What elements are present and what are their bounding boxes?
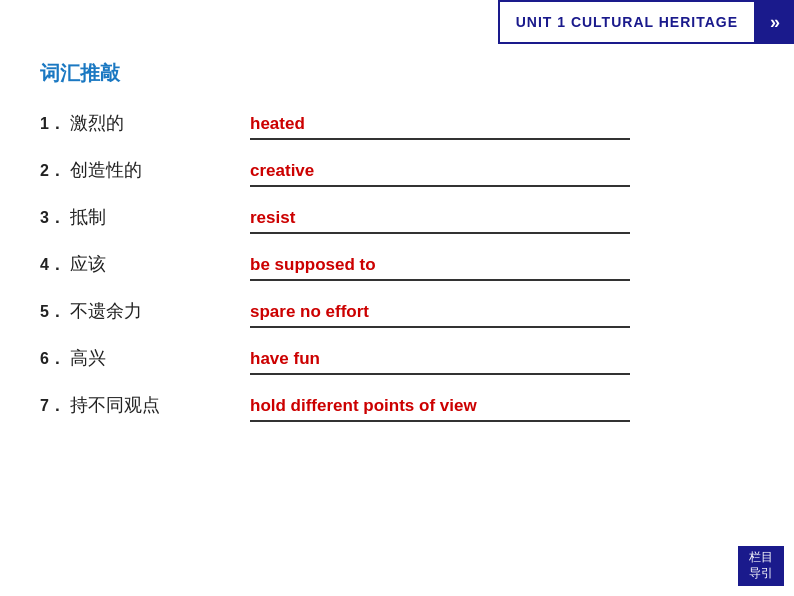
vocab-chinese: 持不同观点 <box>70 393 230 417</box>
vocab-item: 1．激烈的heated <box>40 111 754 140</box>
vocab-chinese: 激烈的 <box>70 111 230 135</box>
vocab-answer: hold different points of view <box>250 396 630 422</box>
vocab-answer: resist <box>250 208 630 234</box>
vocab-answer-wrapper: have fun <box>250 349 630 375</box>
vocab-chinese: 抵制 <box>70 205 230 229</box>
header: UNIT 1 CULTURAL HERITAGE » <box>498 0 794 44</box>
vocab-number: 1． <box>40 114 70 135</box>
vocab-number: 6． <box>40 349 70 370</box>
vocab-answer-wrapper: spare no effort <box>250 302 630 328</box>
bottom-nav-button[interactable]: 栏目 导引 <box>738 546 784 586</box>
vocab-item: 2．创造性的creative <box>40 158 754 187</box>
section-title: 词汇推敲 <box>40 60 754 87</box>
vocab-answer-wrapper: be supposed to <box>250 255 630 281</box>
vocab-chinese: 应该 <box>70 252 230 276</box>
vocab-item: 3．抵制resist <box>40 205 754 234</box>
vocab-number: 3． <box>40 208 70 229</box>
unit-title: UNIT 1 CULTURAL HERITAGE <box>498 0 756 44</box>
vocab-answer-wrapper: creative <box>250 161 630 187</box>
vocab-answer: heated <box>250 114 630 140</box>
vocab-list: 1．激烈的heated2．创造性的creative3．抵制resist4．应该b… <box>40 111 754 422</box>
vocab-chinese: 创造性的 <box>70 158 230 182</box>
vocab-answer-wrapper: resist <box>250 208 630 234</box>
vocab-number: 7． <box>40 396 70 417</box>
vocab-item: 7．持不同观点hold different points of view <box>40 393 754 422</box>
vocab-number: 5． <box>40 302 70 323</box>
main-content: 词汇推敲 1．激烈的heated2．创造性的creative3．抵制resist… <box>40 60 754 440</box>
vocab-number: 2． <box>40 161 70 182</box>
vocab-answer: creative <box>250 161 630 187</box>
header-arrow-icon[interactable]: » <box>756 0 794 44</box>
vocab-item: 6．高兴have fun <box>40 346 754 375</box>
vocab-answer-wrapper: hold different points of view <box>250 396 630 422</box>
vocab-answer: have fun <box>250 349 630 375</box>
vocab-chinese: 高兴 <box>70 346 230 370</box>
vocab-answer-wrapper: heated <box>250 114 630 140</box>
vocab-item: 5．不遗余力spare no effort <box>40 299 754 328</box>
vocab-item: 4．应该be supposed to <box>40 252 754 281</box>
vocab-chinese: 不遗余力 <box>70 299 230 323</box>
vocab-answer: spare no effort <box>250 302 630 328</box>
vocab-number: 4． <box>40 255 70 276</box>
vocab-answer: be supposed to <box>250 255 630 281</box>
